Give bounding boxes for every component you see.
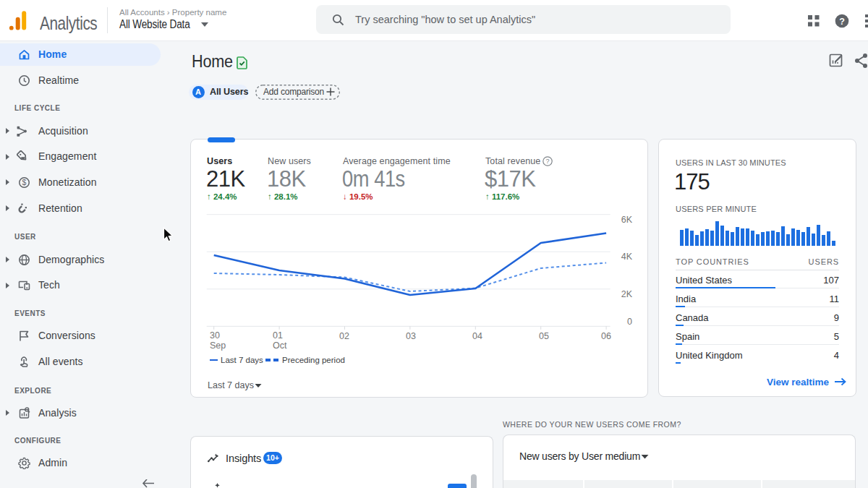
- svg-text:$: $: [22, 178, 27, 187]
- svg-text:?: ?: [839, 17, 845, 27]
- svg-text:?: ?: [545, 158, 549, 165]
